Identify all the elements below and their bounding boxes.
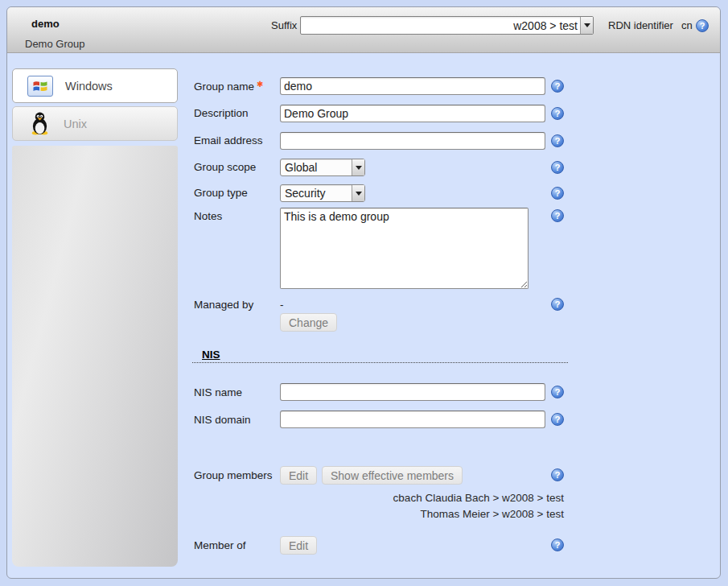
description-label: Description [194,107,249,119]
email-address-label: Email address [194,134,263,146]
nis-name-label: NIS name [194,386,242,398]
tab-windows[interactable]: Windows [12,68,178,103]
nis-name-input[interactable] [280,383,545,401]
tab-unix-label: Unix [64,118,87,130]
group-members-label: Group members [194,469,273,481]
managed-by-value: - [280,299,284,311]
help-icon-nis-name[interactable] [551,386,564,398]
group-name-input[interactable] [280,77,545,95]
edit-members-button[interactable]: Edit [280,466,317,485]
edit-member-of-button[interactable]: Edit [280,536,317,555]
help-icon-group-scope[interactable] [551,161,564,174]
member-of-label: Member of [194,539,246,551]
notes-label: Notes [194,210,222,222]
group-scope-select[interactable]: Global [280,159,365,176]
page-subtitle: Demo Group [25,38,84,50]
member-item: Thomas Meier > w2008 > test [242,506,564,522]
help-icon-rdn[interactable] [696,19,709,32]
help-icon-nis-domain[interactable] [551,413,564,426]
nis-domain-label: NIS domain [194,414,251,426]
notes-textarea[interactable]: This is a demo group [280,208,529,289]
page: demo Demo Group Suffix w2008 > test RDN … [0,0,728,586]
help-icon-email[interactable] [551,134,564,147]
group-name-label: Group name✱ [194,80,263,93]
help-icon-managed-by[interactable] [551,298,564,311]
windows-logo-icon [27,76,53,97]
page-title: demo [31,18,60,30]
group-scope-selected-value: Global [281,161,352,174]
email-address-input[interactable] [280,132,545,150]
group-edit-window: demo Demo Group Suffix w2008 > test RDN … [6,6,721,579]
tux-icon [27,112,51,135]
help-icon-group-name[interactable] [551,80,564,93]
dropdown-arrow-icon [352,159,364,175]
nis-section-header: NIS [202,349,220,361]
group-scope-label: Group scope [194,161,256,173]
suffix-selected-value: w2008 > test [301,19,580,32]
rdn-identifier-value: cn [681,19,693,31]
nis-domain-input[interactable] [280,411,545,428]
tab-unix[interactable]: Unix [12,106,178,141]
dropdown-arrow-icon [580,17,593,34]
help-icon-group-members[interactable] [551,468,564,481]
group-type-label: Group type [194,187,248,199]
help-icon-notes[interactable] [551,209,564,222]
member-item: cbach Claudia Bach > w2008 > test [242,490,564,506]
managed-by-label: Managed by [194,299,253,311]
help-icon-member-of[interactable] [551,539,564,551]
rdn-identifier-label: RDN identifier [608,19,673,31]
help-icon-description[interactable] [551,107,564,120]
group-type-select[interactable]: Security [280,184,365,202]
show-effective-members-button[interactable]: Show effective members [322,466,463,485]
tab-windows-label: Windows [65,80,113,93]
member-list: cbach Claudia Bach > w2008 > test Thomas… [242,490,564,522]
help-icon-group-type[interactable] [551,187,564,200]
suffix-label: Suffix [271,19,297,31]
suffix-select[interactable]: w2008 > test [300,16,594,35]
change-managed-by-button[interactable]: Change [280,313,337,332]
required-marker-icon: ✱ [257,80,263,89]
nis-section-divider [192,362,568,363]
dropdown-arrow-icon [352,185,364,201]
group-type-selected-value: Security [281,187,352,200]
description-input[interactable] [280,105,545,122]
titlebar: demo Demo Group Suffix w2008 > test RDN … [7,7,720,53]
sidebar-panel [12,146,178,567]
